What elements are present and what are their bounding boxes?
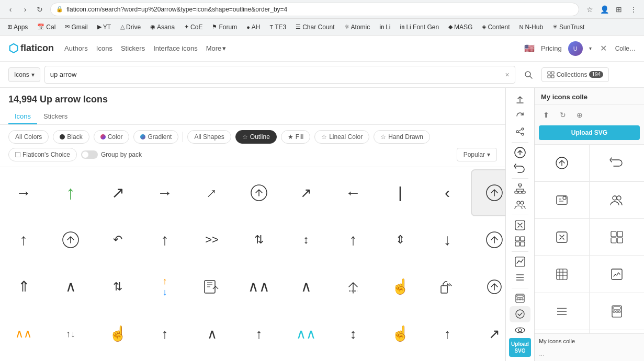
icon-cell[interactable]: ↗ xyxy=(94,169,141,216)
tab-stickers[interactable]: Stickers xyxy=(37,109,74,124)
icon-cell[interactable]: ↓ xyxy=(424,216,471,263)
group-by-toggle[interactable] xyxy=(81,150,98,159)
toolbar-refresh-icon[interactable] xyxy=(510,108,530,124)
site-logo[interactable]: ⬡ flaticon xyxy=(8,42,54,55)
search-input[interactable] xyxy=(50,71,505,78)
filter-all-shapes[interactable]: All Shapes xyxy=(187,130,231,144)
icon-cell[interactable]: ∧∧ xyxy=(235,263,283,310)
tab-icons[interactable]: Icons xyxy=(8,109,37,124)
icon-cell[interactable]: >> xyxy=(188,216,235,263)
extensions-button[interactable]: ⊞ xyxy=(613,3,625,16)
search-input-wrapper[interactable]: × xyxy=(44,66,515,84)
icon-cell[interactable]: ↑ xyxy=(235,357,283,361)
bookmark-coe[interactable]: ✦ CoE xyxy=(181,22,206,32)
search-type-select[interactable]: Icons ▾ xyxy=(8,67,40,82)
icon-cell[interactable]: ↑ xyxy=(94,357,141,361)
sort-button[interactable]: Popular ▾ xyxy=(457,148,497,161)
icon-cell[interactable]: ↗ xyxy=(471,310,505,357)
bookmark-apps[interactable]: ⊞ Apps xyxy=(4,22,31,32)
icon-cell[interactable]: ∧∧ xyxy=(283,310,330,357)
bookmark-atomic[interactable]: ⚛ Atomic xyxy=(341,22,374,32)
icon-cell[interactable] xyxy=(471,263,505,310)
icon-cell[interactable]: ☝ xyxy=(94,310,141,357)
bookmark-te3[interactable]: T TE3 xyxy=(266,22,289,32)
icon-cell[interactable]: ☝ xyxy=(377,263,424,310)
collection-icon-item[interactable] xyxy=(535,182,589,218)
collections-share-icon[interactable]: ⊕ xyxy=(572,108,587,122)
toolbar-eye-icon[interactable] xyxy=(510,322,530,339)
filter-gradient[interactable]: Gradient xyxy=(133,130,178,144)
icon-cell[interactable]: ☝ xyxy=(330,357,377,361)
bookmark-gmail[interactable]: ✉ Gmail xyxy=(62,22,91,32)
filter-black[interactable]: Black xyxy=(53,130,89,144)
nav-stickers[interactable]: Stickers xyxy=(121,44,145,52)
nav-authors[interactable]: Authors xyxy=(64,44,88,52)
pricing-link[interactable]: Pricing xyxy=(541,44,562,52)
filter-flaticons-choice[interactable]: Flaticon's Choice xyxy=(8,148,77,161)
filter-lineal-color[interactable]: ☆ Lineal Color xyxy=(314,130,369,144)
bookmark-button[interactable]: ☆ xyxy=(583,3,596,16)
collection-icon-item[interactable] xyxy=(590,145,644,181)
icon-cell[interactable] xyxy=(424,263,471,310)
bookmark-drive[interactable]: △ Drive xyxy=(117,22,144,32)
toolbar-undo-icon[interactable] xyxy=(510,160,530,177)
toolbar-list-icon[interactable] xyxy=(510,270,530,286)
bookmark-ah[interactable]: ● AH xyxy=(243,22,263,32)
bookmark-nhub[interactable]: N N-Hub xyxy=(516,22,546,32)
icon-cell[interactable]: ⇑ xyxy=(0,263,47,310)
collections-upload-icon[interactable]: ⬆ xyxy=(539,108,553,122)
collection-icon-item[interactable] xyxy=(590,293,644,330)
toolbar-check-icon[interactable] xyxy=(510,306,530,322)
bookmark-content[interactable]: ◈ Content xyxy=(479,22,513,32)
upload-svg-panel-button[interactable]: Upload SVG xyxy=(539,125,640,140)
icon-cell[interactable] xyxy=(330,263,377,310)
filter-color[interactable]: Color xyxy=(94,130,130,144)
collection-icon-item[interactable] xyxy=(590,219,644,255)
icon-cell[interactable]: ↑ xyxy=(0,216,47,263)
collection-icon-item[interactable] xyxy=(535,219,589,255)
icon-cell[interactable]: ↑ xyxy=(424,357,471,361)
collections-header-label[interactable]: Colle… xyxy=(615,45,636,52)
collection-icon-item[interactable] xyxy=(535,293,589,330)
bookmark-masg[interactable]: ◆ MASG xyxy=(445,22,476,32)
bookmark-suntrust[interactable]: ☀ SunTrust xyxy=(549,22,587,32)
icon-cell[interactable]: ↑ ↓ xyxy=(141,263,188,310)
user-dropdown-arrow[interactable]: ▾ xyxy=(589,45,592,51)
collection-icon-item[interactable] xyxy=(535,145,589,181)
nav-more-button[interactable]: More ▾ xyxy=(206,44,227,52)
icon-cell[interactable]: ↕ xyxy=(283,357,330,361)
user-avatar[interactable]: U xyxy=(568,41,583,56)
icon-cell[interactable]: ☝ xyxy=(377,357,424,361)
bookmark-li[interactable]: in Li xyxy=(376,22,393,32)
toolbar-up-arrow-large[interactable] xyxy=(510,144,530,160)
bookmark-asana[interactable]: ◉ Asana xyxy=(147,22,178,32)
toolbar-org-icon[interactable] xyxy=(510,181,530,197)
icon-cell[interactable] xyxy=(235,169,283,216)
icon-cell[interactable]: ↑ xyxy=(141,310,188,357)
icon-cell[interactable]: ↶ xyxy=(94,216,141,263)
filter-hand-drawn[interactable]: ☆ Hand Drawn xyxy=(374,130,430,144)
toolbar-grid-icon[interactable] xyxy=(510,233,530,249)
back-button[interactable]: ‹ xyxy=(4,3,17,16)
icon-cell[interactable]: → xyxy=(0,169,47,216)
icon-cell[interactable]: → xyxy=(0,357,47,361)
icon-cell[interactable]: ↕ xyxy=(330,310,377,357)
icon-cell[interactable] xyxy=(471,216,505,263)
search-clear-button[interactable]: × xyxy=(505,71,510,79)
address-bar[interactable]: 🔒 flaticon.com/search?word=up%20arrow&ty… xyxy=(50,3,579,16)
icon-cell[interactable]: ↑ xyxy=(188,357,235,361)
icon-cell[interactable]: ↑ xyxy=(330,216,377,263)
collection-icon-item[interactable] xyxy=(590,256,644,293)
icon-cell[interactable]: → xyxy=(141,169,188,216)
collections-button[interactable]: Collections 194 xyxy=(541,67,609,82)
icon-cell-selected[interactable] xyxy=(471,169,505,216)
collection-icon-item[interactable] xyxy=(535,256,589,293)
toolbar-calculator-icon[interactable] xyxy=(510,290,530,307)
icon-cell[interactable]: ∧∧ xyxy=(0,310,47,357)
icon-cell[interactable]: ∧ xyxy=(283,263,330,310)
icon-cell[interactable]: ∧ xyxy=(188,310,235,357)
icon-cell[interactable]: ⇕ xyxy=(377,216,424,263)
filter-all-colors[interactable]: All Colors xyxy=(8,130,49,144)
bookmark-cal[interactable]: 📅 Cal xyxy=(34,22,59,32)
icon-cell[interactable]: ↑↓ xyxy=(47,310,94,357)
